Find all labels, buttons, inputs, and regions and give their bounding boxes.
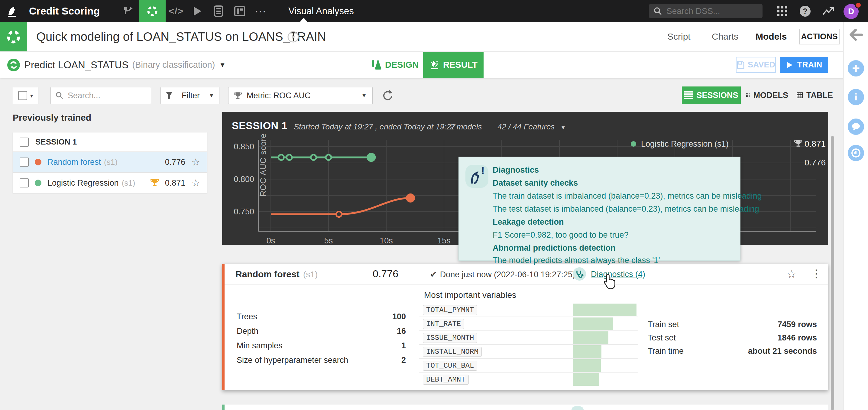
model-checkbox[interactable] xyxy=(20,157,29,167)
session-group-row[interactable]: SESSION 1 xyxy=(13,133,207,152)
info-button[interactable]: i xyxy=(848,89,864,105)
stat-value: 1846 rows xyxy=(777,333,817,343)
view-table-button[interactable]: TABLE xyxy=(797,86,833,104)
chevron-down-icon: ▾ xyxy=(30,92,33,99)
bird-logo-icon xyxy=(5,4,19,18)
svg-text:10s: 10s xyxy=(380,236,393,245)
chevron-down-icon: ▼ xyxy=(561,124,566,130)
navigate-icon[interactable] xyxy=(287,31,299,44)
view-sessions-button[interactable]: SESSIONS xyxy=(682,86,741,104)
star-icon[interactable]: ☆ xyxy=(787,268,796,281)
model-name[interactable]: Logistic Regression xyxy=(48,178,119,188)
result-tab[interactable]: RESULT xyxy=(423,52,484,78)
star-icon[interactable]: ☆ xyxy=(191,177,200,189)
current-page-caret xyxy=(300,18,308,22)
mouse-cursor-hand xyxy=(603,274,616,289)
select-all-dropdown[interactable]: ▾ xyxy=(13,87,38,104)
run-icon[interactable] xyxy=(187,0,208,22)
importance-bar xyxy=(573,331,609,344)
model-score: 0.776 xyxy=(165,157,186,167)
metric-dropdown[interactable]: Metric: ROC AUC ▼ xyxy=(228,87,373,104)
project-title[interactable]: Credit Scoring xyxy=(29,5,100,17)
legend-second-score: 0.776 xyxy=(805,158,826,168)
session-checkbox[interactable] xyxy=(20,138,29,147)
dss-search-box[interactable] xyxy=(649,4,763,18)
model-row-logistic-regression[interactable]: Logistic Regression (s1) 0.871 ☆ xyxy=(13,173,207,193)
apps-grid-icon[interactable] xyxy=(773,0,792,22)
stat-value: about 21 seconds xyxy=(748,347,817,356)
session-features-dropdown[interactable]: 42 / 44 Features ▼ xyxy=(497,122,566,131)
diagnostics-link[interactable]: Diagnostics (4) xyxy=(591,270,645,279)
add-panel-button[interactable]: + xyxy=(848,60,864,77)
jobs-icon[interactable] xyxy=(208,0,229,22)
timeline-button[interactable] xyxy=(848,145,864,161)
view-models-button[interactable]: MODELS xyxy=(746,86,788,104)
vertical-scrollbar[interactable] xyxy=(831,136,834,410)
flask-icon xyxy=(371,60,381,70)
svg-text:0.750: 0.750 xyxy=(234,207,254,216)
chevron-down-icon: ▼ xyxy=(361,92,367,99)
chart-y-axis-label: ROC AUC score xyxy=(259,126,268,204)
svg-text:!: ! xyxy=(481,165,485,176)
train-button[interactable]: TRAIN xyxy=(780,57,828,73)
variable-row: TOTAL_PYMNT xyxy=(419,303,638,317)
code-icon[interactable]: </> xyxy=(166,0,187,22)
svg-text:?: ? xyxy=(803,7,808,16)
dashboard-icon[interactable] xyxy=(229,0,250,22)
visual-analysis-icon[interactable] xyxy=(0,22,27,51)
model-name-link[interactable]: Random forest xyxy=(48,157,101,167)
list-icon xyxy=(684,91,693,99)
metrics-trend-icon[interactable] xyxy=(818,0,838,22)
random-forest-model-card: Random forest (s1) 0.776 ✔Done just now … xyxy=(222,264,828,390)
variable-chip: TOTAL_PYMNT xyxy=(423,305,477,315)
model-card-name[interactable]: Random forest xyxy=(236,269,300,280)
saved-label: SAVED xyxy=(748,60,775,69)
tab-models[interactable]: Models xyxy=(755,22,787,51)
comments-button[interactable] xyxy=(848,119,864,135)
lab-nav-icon[interactable] xyxy=(139,0,166,22)
tab-script[interactable]: Script xyxy=(667,22,690,51)
filter-dropdown[interactable]: Filter ▼ xyxy=(160,87,219,104)
tab-charts[interactable]: Charts xyxy=(712,22,738,51)
more-icon[interactable]: ⋯ xyxy=(250,0,271,22)
stat-row: Test set1846 rows xyxy=(648,333,817,343)
importance-bar xyxy=(573,303,637,316)
variable-row: TOT_CUR_BAL xyxy=(419,359,638,373)
tooltip-line: The model predicts almost always the cla… xyxy=(493,256,660,265)
model-card-session-tag: (s1) xyxy=(303,270,318,280)
collapse-panel-arrow[interactable] xyxy=(849,29,863,42)
refresh-button[interactable] xyxy=(381,89,394,103)
chevron-down-icon: ▼ xyxy=(219,61,226,69)
svg-text:0s: 0s xyxy=(267,236,275,245)
saved-button[interactable]: SAVED xyxy=(736,57,776,73)
top-nav: Credit Scoring </> ⋯ Visual Analyses ? xyxy=(0,0,868,22)
tooltip-title: Diagnostics xyxy=(493,166,539,175)
right-action-rail: + i xyxy=(843,22,868,410)
prediction-task-selector[interactable]: Predict LOAN_STATUS (Binary classificati… xyxy=(7,52,226,78)
legend-model-name: Logistic Regression (s1) xyxy=(641,139,729,149)
flow-icon[interactable] xyxy=(118,0,139,22)
variable-chip: INSTALL_NORM xyxy=(423,347,482,357)
actions-button[interactable]: ACTIONS xyxy=(799,29,840,45)
variable-row: DEBT_AMNT xyxy=(419,373,638,386)
current-page-label[interactable]: Visual Analyses xyxy=(288,6,354,17)
tooltip-section-heading: Leakage detection xyxy=(493,217,564,227)
model-row-random-forest[interactable]: Random forest (s1) 0.776 ☆ xyxy=(13,152,207,173)
stat-label: Train set xyxy=(648,320,679,329)
diagnostics-icon xyxy=(571,406,584,410)
help-icon[interactable]: ? xyxy=(796,0,815,22)
diagnostics-icon xyxy=(573,267,586,281)
dataiku-logo[interactable] xyxy=(0,0,25,22)
chart-legend-best: Logistic Regression (s1) 0.871 xyxy=(631,139,826,149)
model-checkbox[interactable] xyxy=(20,178,29,187)
select-all-checkbox[interactable] xyxy=(18,91,27,100)
model-search-box[interactable]: Search... xyxy=(51,87,151,104)
kebab-menu-icon[interactable]: ⋮ xyxy=(811,267,822,280)
tooltip-section-heading: Abnormal predictions detection xyxy=(493,243,616,253)
variable-chip: TOT_CUR_BAL xyxy=(423,361,477,371)
star-icon[interactable]: ☆ xyxy=(191,156,200,168)
dss-search-input[interactable] xyxy=(666,6,754,16)
play-icon xyxy=(786,61,793,69)
design-tab[interactable]: DESIGN xyxy=(371,52,418,78)
model-task-bar: Predict LOAN_STATUS (Binary classificati… xyxy=(0,52,868,78)
